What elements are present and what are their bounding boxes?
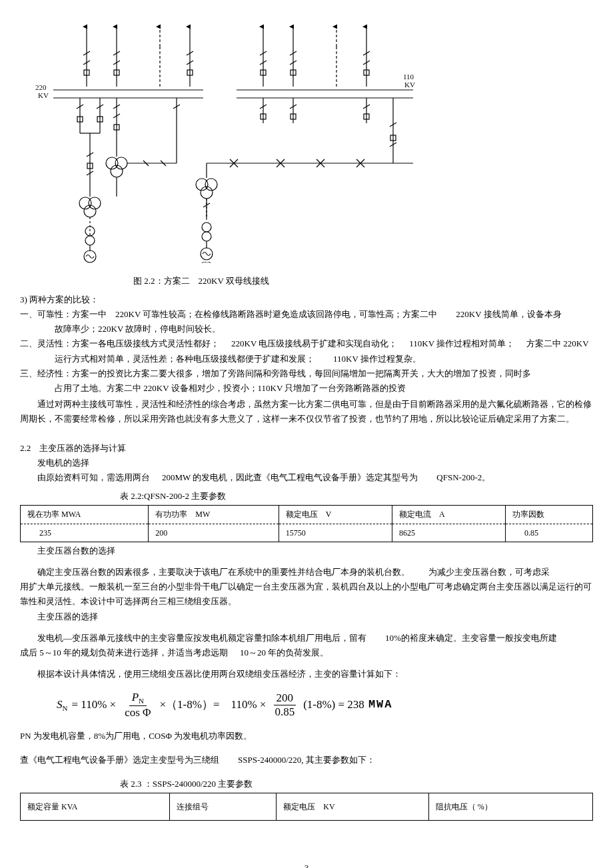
f-085: 0.85 (272, 705, 297, 719)
para1-c: QFSN-200-2。 (436, 472, 490, 482)
item1-a: 方案一中 220KV 可靠性较高；在检修线路断路器时避免造成该回路停电，可靠性高… (72, 309, 437, 319)
sec22-heading: 2.2 主变压器的选择与计算 (20, 441, 593, 456)
td-mwa: 235 (21, 524, 149, 542)
th-mw: 有功功率 MW (149, 506, 279, 524)
para3-b: 10%的裕度来确定。主变容量一般按变电所建 (385, 633, 557, 643)
td-a: 8625 (392, 524, 505, 542)
compare-item-2: 二、灵活性：方案一各电压级接线方式灵活性都好；220KV 电压级接线易于扩建和实… (20, 336, 593, 351)
para6-b: SSPS-240000/220, 其主要参数如下： (238, 755, 375, 765)
th-mwa: 视在功率 MWA (21, 506, 149, 524)
section-2-2: 2.2 主变压器的选择与计算 发电机的选择 由原始资料可知，需选用两台200MW… (20, 441, 593, 821)
sec22-sub2: 主变压器台数的选择 (20, 544, 593, 558)
th-imp: 阻抗电压（ %） (428, 793, 592, 820)
para2-c: 用扩大单元接线。一般装机一至三台的小型非骨干电厂以确定一台主变压器为宜，装机四台… (20, 580, 593, 609)
compare-item-3: 三、经济性：方案一的投资比方案二要大很多，增加了旁路间隔和旁路母线，每回间隔增加… (20, 366, 593, 381)
item1-b: 220KV 接线简单，设备本身 (456, 309, 561, 319)
td-v: 15750 (279, 524, 392, 542)
item2-a: 方案一各电压级接线方式灵活性都好； (72, 338, 219, 348)
svg-text:KV: KV (38, 91, 49, 99)
th-conn: 连接组号 (170, 793, 277, 820)
schematic-svg: 220 KV 110 KV (30, 23, 430, 263)
formula-sn: SN = 110% × PN cos Φ ×（1-8%）= 110% × 200… (57, 691, 593, 719)
item2-line2: 运行方式相对简单，灵活性差；各种电压级接线都便于扩建和发展；110KV 操作过程… (20, 352, 593, 366)
item2-head: 二、灵活性： (20, 338, 72, 348)
th-v: 额定电压 V (279, 506, 392, 524)
sec22-para1: 由原始资料可知，需选用两台200MW 的发电机，因此查《电气工程电气设备手册》选… (37, 470, 593, 485)
item2-c: 110KV 操作过程相对简单； (409, 338, 514, 348)
para3-a: 发电机—变压器单元接线中的主变容量应按发电机额定容量扣除本机组厂用电后，留有 (37, 633, 366, 643)
td-mw: 200 (149, 524, 279, 542)
compare-summary: 通过对两种主接线可靠性，灵活性和经济性的综合考虑，虽然方案一比方案二供电可靠，但… (20, 397, 593, 426)
table-ssps: 额定容量 KVA 连接组号 额定电压 KV 阻抗电压（ %） (20, 793, 593, 821)
para2-line1: 确定主变压器台数的因素很多，主要取决于该电厂在系统中的重要性并结合电厂本身的装机… (20, 565, 593, 580)
th-a: 额定电流 A (392, 506, 505, 524)
svg-text:110: 110 (403, 73, 414, 81)
table-row: 额定容量 KVA 连接组号 额定电压 KV 阻抗电压（ %） (21, 793, 593, 820)
svg-text:G2: G2 (201, 260, 211, 263)
para4: 根据本设计具体情况，使用三绕组变压器比使用两台双绕组变压器经济，主变的容量计算如… (20, 667, 593, 681)
comparison-title: 3) 两种方案的比较： (20, 292, 593, 307)
td-pf: 0.85 (506, 524, 593, 542)
svg-point-106 (85, 236, 95, 245)
para3-line2: 成后 5～10 年的规划负荷来进行选择，并适当考虑远期10～20 年的负荷发展。 (20, 646, 593, 660)
item2-e: 运行方式相对简单，灵活性差；各种电压级接线都便于扩建和发展； (55, 354, 314, 364)
svg-point-92 (202, 232, 211, 241)
f-tail: (1-8%) = 238 (303, 695, 364, 715)
svg-text:KV: KV (404, 81, 415, 89)
f-mid: ×（1-8%）= 110% × (160, 695, 267, 715)
table2-title: 表 2.3 ：SSPS-240000/220 主要参数 (120, 777, 593, 791)
item2-d: 方案二中 220KV (526, 338, 589, 348)
table-row: 235 200 15750 8625 0.85 (21, 524, 593, 542)
para5: PN 为发电机容量，8%为厂用电，COSΦ 为发电机功率因数。 (20, 729, 593, 743)
f-pn-sub: N (139, 697, 144, 705)
para3-c: 成后 5～10 年的规划负荷来进行选择，并适当考虑远期 (20, 648, 228, 657)
item3-head: 三、经济性： (20, 368, 72, 378)
f-eq1: = 110% × (71, 695, 116, 715)
figure-caption: 图 2.2：方案二 220KV 双母线接线 (133, 274, 593, 288)
table-qfsn: 视在功率 MWA 有功功率 MW 额定电压 V 额定电流 A 功率因数 235 … (20, 505, 593, 542)
para2-a: 确定主变压器台数的因素很多，主要取决于该电厂在系统中的重要性并结合电厂本身的装机… (37, 567, 410, 577)
comparison-section: 3) 两种方案的比较： 一、可靠性：方案一中 220KV 可靠性较高；在检修线路… (20, 292, 593, 426)
th-kv: 额定电压 KV (277, 793, 428, 820)
para3-d: 10～20 年的负荷发展。 (240, 648, 328, 657)
compare-item-1: 一、可靠性：方案一中 220KV 可靠性较高；在检修线路断路器时避免造成该回路停… (20, 307, 593, 322)
table1-title: 表 2.2:QFSN-200-2 主要参数 (120, 489, 593, 504)
item1-head: 一、可靠性： (20, 309, 72, 319)
svg-text:G1: G1 (85, 262, 95, 263)
para1-b: 200MW 的发电机，因此查《电气工程电气设备手册》选定其型号为 (162, 472, 418, 482)
item2-b: 220KV 电压级接线易于扩建和实现自动化； (231, 338, 397, 348)
f-cos: cos Φ (122, 706, 153, 719)
page-number: 3 (20, 861, 593, 868)
item3-a: 方案一的投资比方案二要大很多，增加了旁路间隔和旁路母线，每回间隔增加一把隔离开关… (72, 368, 531, 378)
sec22-sub1: 发电机的选择 (20, 456, 593, 470)
f-200: 200 (274, 691, 297, 705)
th-pf: 功率因数 (506, 506, 593, 524)
f-sn-sub: N (63, 704, 68, 712)
th-kva: 额定容量 KVA (21, 793, 170, 820)
para3-line1: 发电机—变压器单元接线中的主变容量应按发电机额定容量扣除本机组厂用电后，留有10… (20, 631, 593, 646)
item1-c: 故障率少；220KV 故障时，停电时间较长。 (20, 322, 593, 336)
svg-point-91 (202, 222, 211, 232)
diagram-figure: 220 KV 110 KV (20, 20, 593, 271)
table-row: 视在功率 MWA 有功功率 MW 额定电压 V 额定电流 A 功率因数 (21, 506, 593, 524)
para1-a: 由原始资料可知，需选用两台 (37, 472, 150, 482)
para6-a: 查《电气工程电气设备手册》选定主变型号为三绕组 (20, 755, 219, 765)
item3-b: 占用了土地。方案二中 220KV 设备相对少，投资小；110KV 只增加了一台旁… (20, 381, 593, 396)
item2-f: 110KV 操作过程复杂。 (333, 354, 421, 364)
svg-text:220: 220 (35, 83, 47, 91)
para2-b: 为减少主变压器台数，可考虑采 (428, 567, 550, 577)
para6: 查《电气工程电气设备手册》选定主变型号为三绕组SSPS-240000/220, … (20, 753, 593, 767)
f-sn: S (57, 698, 63, 711)
sec22-sub3: 主变压器的选择 (20, 610, 593, 624)
f-unit: MWA (368, 695, 393, 715)
f-pn: P (132, 691, 139, 703)
